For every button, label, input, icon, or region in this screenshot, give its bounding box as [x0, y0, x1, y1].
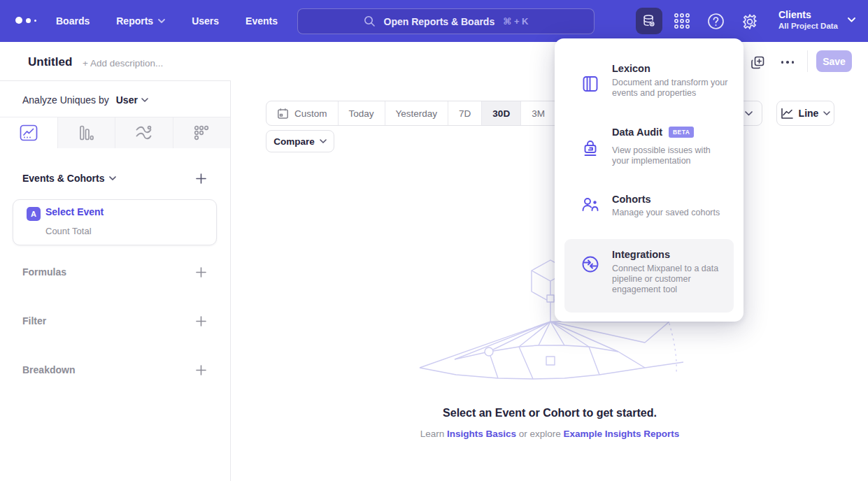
- chevron-down-icon: [109, 176, 116, 180]
- data-management-button[interactable]: [636, 8, 662, 34]
- menu-item-integrations[interactable]: Integrations Connect Mixpanel to a data …: [564, 239, 734, 313]
- flows-icon: [135, 125, 152, 141]
- lexicon-book-icon: [581, 75, 599, 93]
- chart-style-dropdown[interactable]: Line: [776, 101, 834, 126]
- add-event-button[interactable]: [194, 171, 208, 185]
- integrations-sync-icon: [581, 255, 599, 273]
- header-divider: [807, 50, 808, 72]
- database-gear-icon: [641, 13, 657, 29]
- chevron-down-icon: [158, 19, 165, 23]
- tab-metric-chart[interactable]: [173, 117, 231, 148]
- search-shortcut: ⌘ + K: [503, 16, 528, 27]
- tab-line-chart[interactable]: [0, 117, 57, 148]
- filter-section-header[interactable]: Filter: [22, 315, 46, 326]
- add-filter-button[interactable]: [194, 314, 208, 328]
- analyze-label: Analyze Uniques by: [22, 94, 109, 106]
- duplicate-button[interactable]: [749, 54, 766, 71]
- line-chart-icon: [781, 108, 794, 120]
- compare-dropdown[interactable]: Compare: [266, 130, 334, 152]
- settings-button[interactable]: [741, 13, 759, 31]
- nav-item-reports[interactable]: Reports: [116, 15, 165, 27]
- range-today[interactable]: Today: [338, 101, 385, 125]
- menu-item-lexicon[interactable]: Lexicon Document and transform your even…: [564, 61, 734, 124]
- search-placeholder: Open Reports & Boards: [384, 16, 495, 27]
- nav-menu: Boards Reports Users Events: [56, 0, 278, 42]
- range-7d[interactable]: 7D: [448, 101, 481, 125]
- more-options-button[interactable]: [778, 59, 797, 66]
- nav-item-users[interactable]: Users: [192, 15, 219, 27]
- chevron-down-icon: [141, 98, 148, 102]
- beta-badge: BETA: [669, 127, 695, 138]
- tab-bar-chart[interactable]: [57, 117, 115, 148]
- org-name: Clients: [778, 8, 838, 21]
- empty-state-subtitle: Learn Insights Basics or explore Example…: [232, 429, 868, 439]
- mixpanel-logo-icon[interactable]: [15, 17, 36, 24]
- select-event-label[interactable]: Select Event: [45, 206, 104, 217]
- apps-grid-button[interactable]: [672, 11, 692, 31]
- plus-icon: [196, 173, 206, 184]
- event-row-a[interactable]: A Select Event Count Total: [13, 199, 217, 245]
- breakdown-section-header[interactable]: Breakdown: [22, 364, 75, 375]
- plus-icon: [196, 267, 206, 278]
- question-circle-icon: [707, 13, 725, 30]
- top-nav: Boards Reports Users Events Open Reports…: [0, 0, 868, 42]
- count-total-label[interactable]: Count Total: [45, 226, 92, 236]
- metric-dots-icon: [193, 124, 210, 141]
- save-button[interactable]: Save: [816, 50, 852, 72]
- plus-icon: [196, 316, 206, 326]
- duplicate-icon: [750, 55, 765, 70]
- data-audit-icon: [581, 139, 599, 157]
- data-tools-popover: Lexicon Document and transform your even…: [555, 38, 744, 322]
- line-chart-icon: [20, 124, 38, 141]
- report-title[interactable]: Untitled: [28, 55, 72, 69]
- chevron-down-icon: [320, 139, 327, 143]
- range-3m[interactable]: 3M: [520, 101, 555, 125]
- project-switcher[interactable]: Clients All Project Data: [778, 8, 855, 31]
- chevron-down-icon: [848, 17, 855, 22]
- analyze-uniques-row: Analyze Uniques by User: [22, 94, 148, 106]
- plus-icon: [196, 365, 206, 375]
- chevron-down-icon: [745, 111, 753, 116]
- example-reports-link[interactable]: Example Insights Reports: [564, 429, 680, 439]
- menu-item-cohorts[interactable]: Cohorts Manage your saved cohorts: [564, 190, 734, 238]
- bar-chart-icon: [78, 124, 94, 141]
- chevron-down-icon: [823, 111, 830, 115]
- nine-dots-grid-icon: [673, 12, 691, 30]
- project-name: All Project Data: [778, 21, 838, 31]
- formulas-section-header[interactable]: Formulas: [22, 266, 66, 278]
- tab-flow-chart[interactable]: [115, 117, 173, 148]
- cohorts-people-icon: [581, 196, 599, 214]
- add-breakdown-button[interactable]: [194, 363, 208, 377]
- insights-basics-link[interactable]: Insights Basics: [447, 429, 516, 439]
- help-button[interactable]: [707, 13, 725, 30]
- range-yesterday[interactable]: Yesterday: [385, 101, 448, 125]
- nav-item-boards[interactable]: Boards: [56, 15, 90, 27]
- calendar-icon: [277, 108, 289, 120]
- chart-type-tabs: [0, 117, 230, 148]
- events-cohorts-section-header[interactable]: Events & Cohorts: [22, 173, 116, 184]
- analyze-entity-dropdown[interactable]: User: [116, 94, 148, 106]
- nav-item-events[interactable]: Events: [246, 15, 278, 27]
- menu-item-data-audit[interactable]: Data Audit BETA View possible issues wit…: [564, 124, 734, 190]
- add-description[interactable]: + Add description...: [83, 58, 163, 69]
- range-30d-selected[interactable]: 30D: [481, 101, 520, 125]
- empty-state-title: Select an Event or Cohort to get started…: [232, 407, 868, 419]
- event-series-badge: A: [27, 207, 41, 221]
- global-search-input[interactable]: Open Reports & Boards ⌘ + K: [297, 8, 595, 34]
- range-custom[interactable]: Custom: [266, 101, 338, 125]
- search-icon: [364, 15, 376, 27]
- gear-icon: [741, 13, 759, 31]
- add-formula-button[interactable]: [194, 265, 208, 279]
